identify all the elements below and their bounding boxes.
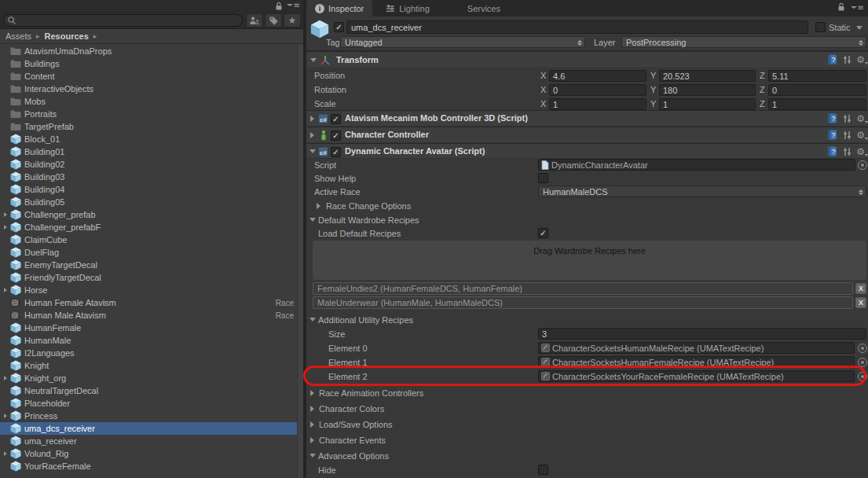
layer-dropdown[interactable]: PostProcessing <box>621 36 866 48</box>
component-enabled-checkbox[interactable]: ✓ <box>331 131 341 141</box>
presets-icon[interactable] <box>842 147 852 156</box>
foldout-arrow-icon[interactable] <box>0 414 10 418</box>
project-item[interactable]: Building02 <box>0 158 297 171</box>
presets-icon[interactable] <box>842 131 852 140</box>
character-events-foldout[interactable]: Character Events <box>306 434 868 447</box>
help-icon[interactable]: ? <box>827 130 837 140</box>
breadcrumb-root[interactable]: Assets <box>5 31 31 41</box>
search-by-type-button[interactable] <box>246 13 263 28</box>
project-item[interactable]: DuelFlag <box>0 246 297 259</box>
gear-icon[interactable]: ⚙ <box>856 114 865 123</box>
project-item[interactable]: uma_receiver <box>0 435 297 447</box>
breadcrumb-current[interactable]: Resources <box>45 31 89 41</box>
wardrobe-drop-zone[interactable]: Drag Wardrobe Recipes here <box>313 241 866 280</box>
load-save-options-foldout[interactable]: Load/Save Options <box>306 418 868 431</box>
static-checkbox[interactable] <box>815 22 826 32</box>
project-item[interactable]: FriendlyTargetDecal <box>0 271 297 284</box>
help-icon[interactable]: ? <box>827 54 837 64</box>
search-input-field[interactable] <box>19 16 231 25</box>
foldout-closed-icon[interactable] <box>310 132 314 138</box>
foldout-open-icon[interactable] <box>310 58 317 62</box>
transform-header[interactable]: Transform ? ⚙ <box>306 51 868 68</box>
project-item[interactable]: Placeholder <box>0 397 297 410</box>
project-item[interactable]: Block_01 <box>0 133 297 145</box>
project-item[interactable]: YourRaceFemale <box>0 460 297 472</box>
project-item[interactable]: Horse <box>0 284 297 296</box>
project-item[interactable]: Content <box>0 70 297 83</box>
scale-x-field[interactable]: 1 <box>549 98 646 110</box>
project-item[interactable]: Challenger_prefab <box>0 208 297 221</box>
project-item[interactable]: EnemyTargetDecal <box>0 259 297 271</box>
additional-utility-recipes-foldout[interactable]: Additional Utility Recipes <box>306 314 868 326</box>
project-item[interactable]: Challenger_prefabF <box>0 221 297 233</box>
race-animation-controllers-foldout[interactable]: Race Animation Controllers <box>306 387 868 399</box>
project-item[interactable]: Volund_Rig <box>0 447 297 460</box>
project-item[interactable]: Human Female AtavismRace <box>0 296 297 309</box>
foldout-arrow-icon[interactable] <box>0 288 10 292</box>
help-icon[interactable]: ? <box>827 113 837 123</box>
rotation-x-field[interactable]: 0 <box>549 84 646 96</box>
project-item[interactable]: Knight_org <box>0 372 297 384</box>
project-item[interactable]: AtavismUmaDnaProps <box>0 45 297 57</box>
position-x-field[interactable]: 4.6 <box>549 70 646 82</box>
static-dropdown-icon[interactable] <box>856 26 863 30</box>
panel-menu-icon[interactable]: ≡ <box>851 3 864 12</box>
project-item[interactable]: Building01 <box>0 145 297 158</box>
project-item[interactable]: ClaimCube <box>0 233 297 246</box>
project-item[interactable]: Building04 <box>0 183 297 196</box>
panel-menu-icon[interactable]: ≡ <box>287 1 300 9</box>
gear-icon[interactable]: ⚙ <box>856 147 865 156</box>
script-object-field[interactable]: DynamicCharacterAvatar <box>538 159 855 171</box>
tab-inspector[interactable]: i Inspector <box>306 0 372 17</box>
element-object-field[interactable]: CharacterSocketsYourRaceFemaleRecipe (UM… <box>538 370 855 382</box>
component-enabled-checkbox[interactable]: ✓ <box>331 147 341 157</box>
project-item[interactable]: InteractiveObjects <box>0 83 297 95</box>
element-object-field[interactable]: CharacterSocketsHumanMaleRecipe (UMAText… <box>538 342 855 354</box>
component-enabled-checkbox[interactable]: ✓ <box>331 114 341 124</box>
component-header-mecanim[interactable]: c# ✓ Atavism Mecanim Mob Controller 3D (… <box>306 110 868 127</box>
project-item[interactable]: Buildings <box>0 57 297 70</box>
project-item[interactable]: Building03 <box>0 171 297 183</box>
active-race-dropdown[interactable]: HumanMaleDCS <box>538 186 866 197</box>
gear-icon[interactable]: ⚙ <box>856 131 865 140</box>
search-input[interactable] <box>3 14 243 27</box>
foldout-closed-icon[interactable] <box>310 116 314 122</box>
gear-icon[interactable]: ⚙ <box>856 55 865 64</box>
project-item[interactable]: Mobs <box>0 95 297 108</box>
foldout-arrow-icon[interactable] <box>0 212 10 217</box>
project-item[interactable]: Portraits <box>0 108 297 120</box>
size-field[interactable]: 3 <box>538 328 866 340</box>
race-change-options-foldout[interactable]: Race Change Options <box>306 200 868 212</box>
project-item[interactable]: Princess <box>0 410 297 422</box>
object-picker-icon[interactable] <box>858 344 867 353</box>
lock-icon[interactable] <box>275 2 283 11</box>
element-object-field[interactable]: CharacterSocketsHumanFemaleRecipe (UMATe… <box>538 356 855 368</box>
foldout-arrow-icon[interactable] <box>0 376 10 381</box>
object-picker-icon[interactable] <box>858 160 867 170</box>
tab-lighting[interactable]: Lighting <box>377 0 438 17</box>
favorites-button[interactable]: ★ <box>284 13 301 28</box>
foldout-arrow-icon[interactable] <box>0 225 10 230</box>
project-item[interactable]: HumanFemale <box>0 322 297 334</box>
position-z-field[interactable]: 5.11 <box>768 70 866 82</box>
active-checkbox[interactable]: ✓ <box>334 22 344 32</box>
foldout-open-icon[interactable] <box>309 149 316 153</box>
component-header-character-controller[interactable]: ✓ Character Controller ? ⚙ <box>306 127 868 143</box>
gameobject-name-field[interactable] <box>346 20 808 34</box>
help-icon[interactable]: ? <box>827 146 837 156</box>
presets-icon[interactable] <box>842 114 852 123</box>
character-colors-foldout[interactable]: Character Colors <box>306 403 868 415</box>
foldout-arrow-icon[interactable] <box>0 451 10 456</box>
rotation-z-field[interactable]: 0 <box>768 84 866 96</box>
object-picker-icon[interactable] <box>858 358 867 367</box>
project-item[interactable]: I2Languages <box>0 347 297 359</box>
component-header-dynamic-character-avatar[interactable]: c# ✓ Dynamic Character Avatar (Script) ?… <box>306 143 868 159</box>
presets-icon[interactable] <box>842 55 852 64</box>
tab-services[interactable]: Services <box>459 0 509 17</box>
object-picker-icon[interactable] <box>858 372 867 381</box>
advanced-options-foldout[interactable]: Advanced Options <box>306 450 868 462</box>
show-help-checkbox[interactable] <box>538 173 548 183</box>
remove-recipe-button[interactable]: X <box>855 297 866 308</box>
load-default-recipes-checkbox[interactable]: ✓ <box>538 228 548 238</box>
remove-recipe-button[interactable]: X <box>855 283 866 294</box>
